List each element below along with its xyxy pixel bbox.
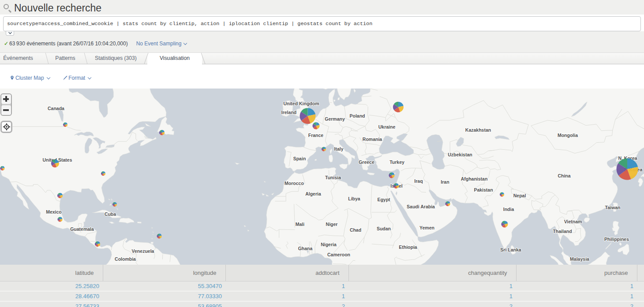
svg-text:Ireland: Ireland: [281, 110, 296, 115]
svg-text:Afghanistan: Afghanistan: [461, 176, 488, 181]
svg-text:France: France: [308, 133, 324, 138]
svg-text:Uzbekistan: Uzbekistan: [448, 152, 472, 157]
svg-text:Malaysia: Malaysia: [570, 256, 589, 262]
svg-text:China: China: [558, 173, 570, 178]
svg-text:United Kingdom: United Kingdom: [283, 101, 319, 106]
svg-text:Nigeria: Nigeria: [321, 242, 337, 247]
svg-text:Cameroon: Cameroon: [327, 252, 350, 257]
svg-text:Iran: Iran: [441, 179, 449, 185]
svg-text:Colombia: Colombia: [115, 256, 136, 262]
svg-text:Romania: Romania: [363, 137, 382, 142]
svg-text:Algeria: Algeria: [305, 191, 321, 196]
svg-text:Ghana: Ghana: [298, 246, 313, 251]
svg-text:Iraq: Iraq: [414, 178, 423, 184]
svg-text:Vietnam: Vietnam: [564, 219, 582, 224]
svg-text:Egypt: Egypt: [377, 197, 390, 202]
svg-text:Nepal: Nepal: [513, 193, 526, 198]
svg-text:Yemen: Yemen: [419, 225, 434, 230]
svg-text:Mexico: Mexico: [46, 209, 62, 215]
svg-text:Spain: Spain: [293, 156, 306, 161]
svg-text:Ethiopia: Ethiopia: [399, 244, 417, 250]
svg-text:Mongolia: Mongolia: [558, 133, 578, 138]
svg-text:Niger: Niger: [326, 222, 338, 227]
svg-text:Libya: Libya: [348, 196, 360, 201]
svg-text:Turkey: Turkey: [389, 159, 404, 165]
svg-text:Philippines: Philippines: [604, 237, 629, 242]
svg-text:Poland: Poland: [349, 113, 365, 118]
svg-text:Morocco: Morocco: [285, 181, 304, 186]
svg-text:Germany: Germany: [325, 116, 345, 122]
svg-text:Canada: Canada: [48, 106, 64, 111]
svg-text:Sudan: Sudan: [377, 226, 391, 231]
svg-text:Saudi Arabia: Saudi Arabia: [407, 204, 435, 209]
svg-text:Venezuela: Venezuela: [132, 248, 154, 254]
svg-text:Italy: Italy: [334, 146, 343, 152]
svg-text:Chad: Chad: [350, 227, 361, 233]
svg-text:Thailand: Thailand: [553, 229, 572, 234]
svg-text:Ukraine: Ukraine: [378, 124, 396, 129]
svg-text:Kazakhstan: Kazakhstan: [465, 127, 491, 133]
svg-text:India: India: [503, 207, 514, 212]
svg-text:Sri Lanka: Sri Lanka: [500, 247, 521, 252]
svg-text:Tunisia: Tunisia: [325, 175, 341, 180]
svg-text:Taiwan: Taiwan: [605, 205, 621, 210]
svg-text:Mali: Mali: [296, 222, 305, 227]
svg-text:Pakistan: Pakistan: [474, 187, 493, 192]
svg-text:Guatemala: Guatemala: [70, 226, 94, 232]
svg-text:Cuba: Cuba: [105, 211, 116, 217]
svg-text:Greece: Greece: [359, 159, 374, 165]
